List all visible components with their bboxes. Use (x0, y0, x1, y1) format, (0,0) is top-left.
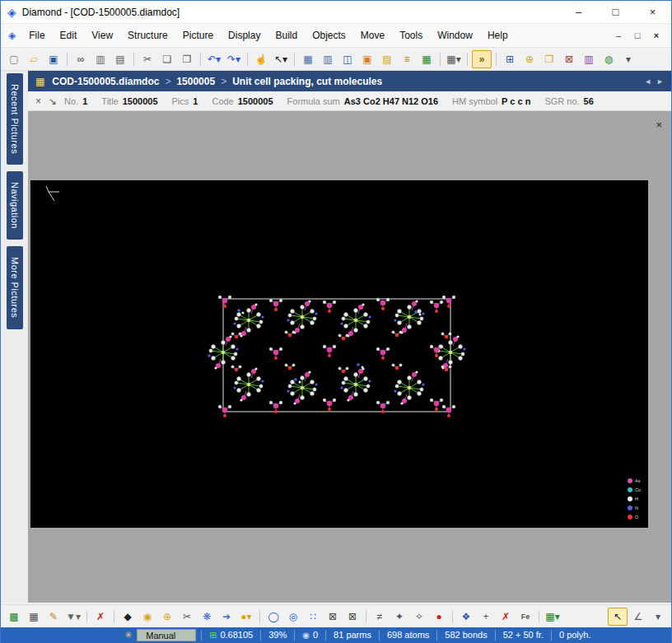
menu-view[interactable]: View (84, 27, 120, 44)
delete-picture-icon[interactable]: ⊠ (560, 51, 578, 68)
new-document-icon[interactable]: ▢ (5, 51, 23, 68)
structure-window-icon[interactable]: ◫ (338, 51, 357, 68)
assistant-icon[interactable]: » (472, 50, 492, 68)
copy-icon[interactable]: ❏ (158, 51, 176, 68)
preview-icon[interactable]: ▥ (91, 51, 110, 68)
minimize-button[interactable]: – (560, 1, 597, 23)
table-edit-icon[interactable]: ▦ (25, 608, 43, 625)
menu-objects[interactable]: Objects (305, 27, 353, 44)
atom-set-icon[interactable]: ∷ (304, 608, 322, 625)
atom-color-legend: As Co H N (625, 477, 645, 523)
adjust-tool-icon[interactable]: ✧ (410, 608, 428, 625)
video-icon[interactable]: ▥ (580, 51, 598, 68)
green-table-icon[interactable]: ▦▾ (544, 608, 562, 625)
open-folder-icon[interactable]: ▱ (25, 51, 43, 68)
pane-close-icon[interactable]: × (656, 119, 662, 131)
polyhedra-icon[interactable]: ❖ (457, 608, 475, 625)
undo-icon[interactable]: ↶▾ (205, 51, 223, 68)
mdi-restore-button[interactable]: □ (629, 30, 646, 40)
menu-picture[interactable]: Picture (175, 27, 221, 44)
menu-file[interactable]: File (21, 27, 52, 44)
diamond-shape-icon[interactable]: ◆ (119, 608, 137, 625)
toolbar-separator (259, 610, 260, 623)
coordination-sphere-icon[interactable]: ◯ (264, 608, 282, 625)
print-icon[interactable]: ▤ (111, 51, 129, 68)
maximize-button[interactable]: □ (597, 1, 634, 23)
data-sheet-icon[interactable]: ▦ (299, 51, 317, 68)
red-atom-icon[interactable]: ● (430, 608, 448, 625)
menu-help[interactable]: Help (480, 27, 516, 44)
menu-edit[interactable]: Edit (53, 27, 85, 44)
add-picture-icon[interactable]: ⊕ (520, 51, 539, 68)
record-info-bar: × ↘ No. 1 Title 1500005 (28, 91, 671, 111)
menu-window[interactable]: Window (430, 27, 480, 44)
menu-structure[interactable]: Structure (120, 27, 175, 44)
menu-move[interactable]: Move (353, 27, 392, 44)
save-icon[interactable]: ▣ (44, 51, 63, 68)
globe-icon[interactable]: ◍ (600, 51, 618, 68)
tab-more-pictures[interactable]: More Pictures (7, 246, 23, 328)
pictures-table-icon[interactable]: ▥ (319, 51, 337, 68)
picture-window-icon[interactable]: ▣ (358, 51, 376, 68)
goto-record-icon[interactable]: ↘ (49, 96, 57, 107)
breadcrumb-item-structure[interactable]: 1500005 (176, 76, 215, 87)
picture-assistant-icon[interactable]: ▩ (5, 608, 23, 625)
toolbar-overflow-icon[interactable]: ▾ (619, 51, 637, 68)
fragment-icon[interactable]: ❋ (198, 608, 216, 625)
zoom-indicator: 39% (260, 630, 294, 641)
distances-table-icon[interactable]: ▦ (418, 51, 436, 68)
breadcrumb-next-icon[interactable]: ► (656, 77, 664, 86)
clear-filter-icon[interactable]: × (35, 96, 41, 107)
mode-indicator[interactable]: Manual (137, 629, 196, 641)
remove-icon[interactable]: ✗ (497, 608, 515, 625)
delete-icon[interactable]: ✗ (91, 608, 110, 625)
axes-icon[interactable]: + (477, 608, 495, 625)
redo-icon[interactable]: ↷▾ (225, 51, 243, 68)
repair-tool-icon[interactable]: ✦ (390, 608, 408, 625)
insert-atom-icon[interactable]: ⊕ (158, 608, 176, 625)
atom-environment-icon[interactable]: ◎ (284, 608, 302, 625)
svg-text:H: H (635, 496, 638, 501)
toolbar-separator (67, 53, 68, 66)
properties-icon[interactable]: ≡ (398, 51, 416, 68)
find-icon[interactable]: ∞ (72, 51, 90, 68)
element-fe-icon[interactable]: Fe (516, 608, 534, 625)
cut-icon[interactable]: ✂ (138, 51, 156, 68)
structure-canvas[interactable]: As Co H N (30, 180, 648, 528)
photo-count: 0 (313, 630, 318, 641)
breadcrumb-prev-icon[interactable]: ◄ (644, 77, 651, 86)
pan-hand-icon[interactable]: ☝ (252, 51, 270, 68)
fill-cell-icon[interactable]: ⊠ (324, 608, 342, 625)
build-tools-icon[interactable]: ✎ (44, 608, 63, 625)
new-structure-icon[interactable]: ⊞ (501, 51, 519, 68)
select-tool-icon[interactable]: ↖ (608, 608, 628, 626)
tab-recent-pictures[interactable]: Recent Pictures (7, 73, 23, 165)
breadcrumb-nav: ◄ ► (644, 77, 664, 86)
measure-icon[interactable]: ∠ (629, 608, 647, 625)
filter-icon[interactable]: ▼▾ (64, 608, 82, 625)
tables-menu-icon[interactable]: ▦▾ (445, 51, 463, 68)
cut-molecule-icon[interactable]: ✂ (178, 608, 196, 625)
breadcrumb: COD-1500005.diamdoc>1500005>Unit cell pa… (52, 76, 382, 87)
close-button[interactable]: × (634, 1, 671, 23)
fill-range-icon[interactable]: ⊠ (343, 608, 362, 625)
data-brief-icon[interactable]: ▤ (378, 51, 396, 68)
mdi-close-button[interactable]: × (648, 30, 665, 40)
menu-build[interactable]: Build (268, 27, 305, 44)
add-atoms-icon[interactable]: ◉ (138, 608, 156, 625)
breadcrumb-item-document[interactable]: COD-1500005.diamdoc (52, 76, 159, 87)
break-bond-icon[interactable]: ≠ (371, 608, 389, 625)
atom-menu-icon[interactable]: ●▾ (237, 608, 255, 625)
paste-icon[interactable]: ❐ (178, 51, 196, 68)
menu-display[interactable]: Display (221, 27, 268, 44)
toolbar-separator (366, 610, 366, 623)
select-arrow-icon[interactable]: ↖▾ (272, 51, 290, 68)
grow-molecule-icon[interactable]: ➔ (217, 608, 236, 625)
mdi-minimize-button[interactable]: – (610, 30, 627, 40)
menu-bar: ◈ FileEditViewStructurePictureDisplayBui… (1, 24, 671, 48)
menu-tools[interactable]: Tools (392, 27, 430, 44)
duplicate-picture-icon[interactable]: ❐ (540, 51, 558, 68)
tab-navigation[interactable]: Navigation (7, 171, 23, 240)
legend-entry: As (628, 478, 641, 483)
bottom-overflow-icon[interactable]: ▾ (649, 608, 667, 625)
